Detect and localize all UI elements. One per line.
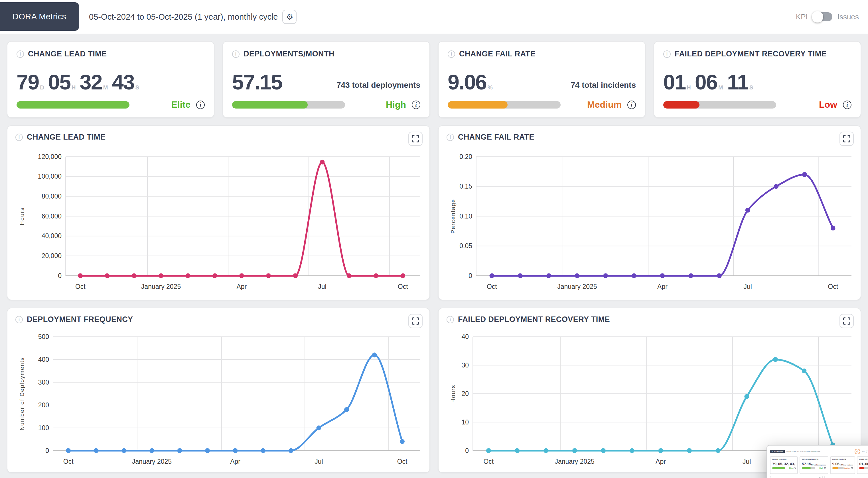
svg-text:Jul: Jul [314,458,323,465]
info-icon[interactable]: i [843,101,851,109]
minimap-header: DORA Metrics 05-Oct-2024 to 05-Oct-2025 … [770,448,868,455]
info-icon[interactable]: i [16,134,23,141]
info-icon[interactable]: i [16,316,23,323]
top-bar: DORA Metrics 05-Oct-2024 to 05-Oct-2025 … [0,0,868,34]
minimap-chart-row: CHANGE LEAD TIME 020,00040,00060,00080,0… [770,476,868,478]
kpi-title: FAILED DEPLOYMENT RECOVERY TIME [675,49,827,58]
info-icon[interactable]: i [448,50,455,58]
svg-text:January 2025: January 2025 [557,283,597,290]
app-title: DORA Metrics [12,12,66,21]
kpi-progress-fill [232,101,308,108]
expand-fullscreen-button[interactable] [408,314,423,328]
kpi-title: CHANGE FAIL RATE [459,49,535,58]
svg-text:January 2025: January 2025 [141,283,181,290]
expand-icon [411,134,420,143]
kpi-unit: H [71,84,75,91]
svg-text:20: 20 [461,390,469,398]
chart-title: FAILED DEPLOYMENT RECOVERY TIME [458,315,610,324]
svg-text:60,000: 60,000 [42,212,62,220]
dashboard-main: i CHANGE LEAD TIME 79D 05H 32M 43S Elite… [0,41,868,473]
settings-gear-button[interactable]: ⚙ [282,10,297,24]
kpi-unit: M [103,84,108,91]
expand-icon [842,317,851,325]
svg-text:Hours: Hours [19,207,25,225]
kpi-number: 57.15 [232,73,282,92]
kpi-status-badge: High [386,99,406,110]
kpi-row: i CHANGE LEAD TIME 79D 05H 32M 43S Elite… [7,41,861,118]
kpi-status-badge: Low [819,99,837,110]
kpi-number: 32 [80,73,102,92]
svg-text:January 2025: January 2025 [555,458,594,465]
kpi-unit: S [749,84,753,91]
svg-text:Oct: Oct [75,283,86,290]
expand-fullscreen-button[interactable] [839,132,854,146]
kpi-value: 57.15 [232,73,282,92]
svg-text:0.15: 0.15 [459,182,472,190]
info-icon[interactable]: i [17,50,24,58]
svg-text:Percentage: Percentage [450,199,456,234]
info-icon[interactable]: i [446,316,454,323]
minimap-kpi-row: CHANGE LEAD TIME 79D 05H 32M 43S Elite D… [770,456,868,474]
minimap-kpi-card: CHANGE LEAD TIME 79D 05H 32M 43S Elite [770,456,798,474]
svg-text:20,000: 20,000 [42,252,62,260]
chart-row-1: i CHANGE LEAD TIME 020,00040,00060,00080… [7,125,861,300]
svg-text:120,000: 120,000 [38,153,62,160]
kpi-progress-fill [663,101,700,108]
minimap-chart-card: CHANGE FAIL RATE 00.050.100.150.20OctJan… [825,476,868,478]
svg-text:Oct: Oct [397,458,407,465]
line-chart-change-fail-rate: 00.050.100.150.20OctJanuary 2025AprJulOc… [446,151,852,295]
info-icon[interactable]: i [196,101,205,109]
svg-text:40: 40 [461,333,469,340]
kpi-side-note: 743 total deployments [337,80,420,90]
kpi-unit: M [718,84,723,91]
kpi-progress-track [448,101,561,108]
kpi-value: 01H 06M 11S [663,73,757,92]
chart-card-change-lead-time: i CHANGE LEAD TIME 020,00040,00060,00080… [7,125,430,300]
chart-title: CHANGE LEAD TIME [27,133,105,142]
svg-text:0.10: 0.10 [459,212,472,220]
svg-text:400: 400 [38,356,49,363]
svg-text:30: 30 [461,362,469,369]
kpi-number: 06 [695,73,717,92]
kpi-unit: H [687,84,691,91]
expand-fullscreen-button[interactable] [408,132,423,146]
svg-text:0: 0 [45,447,49,454]
kpi-issues-switch[interactable] [813,12,832,21]
svg-text:Number of Deployments: Number of Deployments [19,357,25,431]
info-icon[interactable]: i [446,134,454,141]
kpi-progress-track [17,101,129,108]
svg-text:80,000: 80,000 [42,193,62,200]
chart-title: DEPLOYMENT FREQUENCY [27,315,133,324]
svg-text:40,000: 40,000 [42,232,62,240]
dashboard-minimap-preview[interactable]: DORA Metrics 05-Oct-2024 to 05-Oct-2025 … [767,445,868,478]
svg-text:10: 10 [461,418,469,426]
svg-text:Oct: Oct [483,458,494,465]
chart-canvas: 0100200300400500OctJanuary 2025AprJulOct… [16,331,422,470]
svg-text:Oct: Oct [398,283,408,290]
switch-knob[interactable] [812,11,823,23]
kpi-progress-fill [448,101,507,108]
chart-card-deployment-frequency: i DEPLOYMENT FREQUENCY 0100200300400500O… [7,308,430,473]
svg-text:0: 0 [465,447,469,454]
info-icon[interactable]: i [663,50,671,58]
minimap-switch [866,450,868,452]
svg-text:0: 0 [468,272,472,279]
info-icon[interactable]: i [232,50,240,58]
svg-text:200: 200 [38,401,49,409]
minimap-kpi-card: CHANGE FAIL RATE 9.06% 74 total incident… [830,456,856,474]
kpi-number: 79 [17,73,39,92]
kpi-side-note: 74 total incidents [570,80,636,90]
svg-text:0.05: 0.05 [459,242,472,249]
svg-text:January 2025: January 2025 [132,458,172,465]
kpi-unit: S [135,84,139,91]
expand-icon [411,317,420,325]
info-icon[interactable]: i [627,101,636,109]
svg-text:Hours: Hours [450,384,456,403]
expand-fullscreen-button[interactable] [839,314,854,328]
chart-title: CHANGE FAIL RATE [458,133,534,142]
chart-canvas: 00.050.100.150.20OctJanuary 2025AprJulOc… [446,151,852,295]
kpi-progress-track [663,101,776,108]
svg-text:Oct: Oct [63,458,73,465]
svg-text:Apr: Apr [656,458,666,465]
info-icon[interactable]: i [412,101,420,109]
